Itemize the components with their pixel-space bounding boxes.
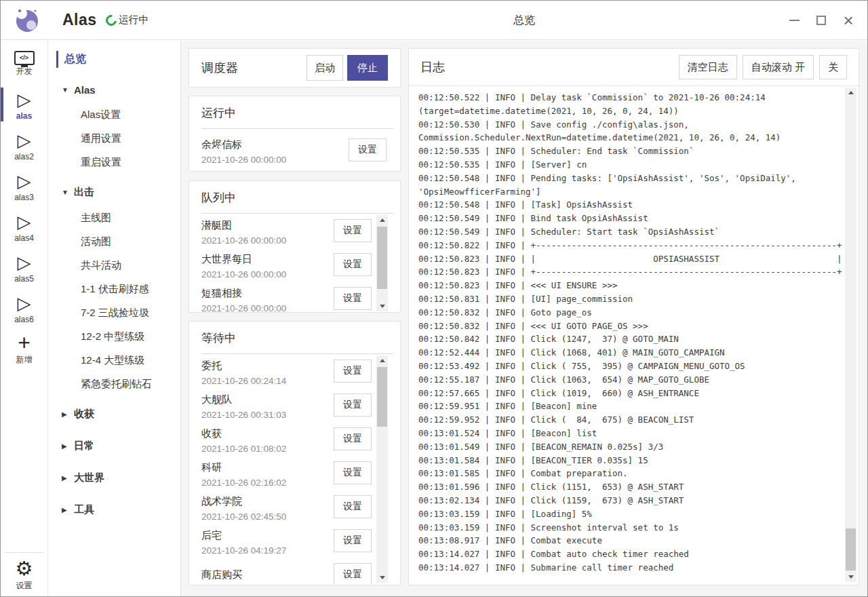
play-icon: [18, 89, 31, 111]
log-line: 00:12:55.187 | INFO | Click (1063, 654) …: [418, 373, 842, 387]
menu-item[interactable]: 大世界: [48, 464, 180, 492]
menu-item-label: 活动图: [81, 235, 111, 248]
start-button[interactable]: 启动: [307, 55, 343, 81]
queue-list[interactable]: 潜艇图 2021-10-26 00:00:00 设置 大世界每日 2021-10…: [201, 214, 395, 313]
minimize-icon: [789, 20, 800, 21]
menu-item-label: 共斗活动: [81, 259, 121, 272]
menu-item[interactable]: 1-1 伏击刷好感: [48, 277, 180, 301]
log-body[interactable]: 00:12:50.522 | INFO | Delay task `Commis…: [409, 86, 859, 585]
task-setting-button[interactable]: 设置: [334, 253, 372, 276]
log-header: 日志 清空日志 自动滚动 开 关: [409, 49, 859, 86]
menu-item-label: Alas: [74, 84, 96, 96]
scheduler-title: 调度器: [201, 60, 307, 76]
rail-item[interactable]: alas3: [1, 166, 47, 206]
play-icon: [18, 211, 31, 233]
status-label: 运行中: [119, 14, 149, 26]
scrollbar-thumb[interactable]: [846, 528, 856, 571]
log-line: 00:13:01.524 | INFO | [Beacon] list: [418, 427, 842, 440]
window-controls: ×: [778, 1, 859, 40]
close-button[interactable]: ×: [837, 7, 859, 34]
rail-item[interactable]: alas5: [1, 247, 47, 288]
rail-item[interactable]: alas2: [1, 125, 47, 166]
menu-item[interactable]: 共斗活动: [48, 254, 180, 277]
menu-item[interactable]: 7-2 三战捡垃圾: [48, 301, 180, 325]
scrollbar[interactable]: [376, 355, 388, 583]
menu-item[interactable]: 日常: [48, 432, 180, 460]
log-line: 00:12:50.842 | INFO | Click (1247, 37) @…: [418, 332, 842, 346]
rail-item[interactable]: alas: [1, 84, 47, 125]
menu-item[interactable]: 主线图: [48, 206, 180, 230]
menu-item[interactable]: 重启设置: [48, 151, 180, 174]
task-info: 科研 2021-10-26 02:16:02: [201, 458, 334, 488]
group-arrow-icon: [62, 506, 74, 514]
menu-item-label: 紧急委托刷钻石: [81, 378, 152, 391]
menu-item[interactable]: Alas设置: [48, 103, 180, 127]
task-setting-button[interactable]: 设置: [334, 427, 372, 450]
log-line: 00:12:50.530 | INFO | Save config ./conf…: [418, 118, 842, 132]
rail-item[interactable]: alas4: [1, 206, 47, 247]
log-line: Commission.Scheduler.NextRun=datetime.da…: [418, 131, 842, 145]
rail-item[interactable]: 开发: [1, 43, 47, 84]
scroll-up-icon[interactable]: [376, 355, 388, 366]
task-setting-button[interactable]: 设置: [334, 219, 372, 242]
task-setting-button[interactable]: 设置: [334, 529, 372, 552]
menu-item-label: 出击: [74, 186, 94, 199]
scroll-down-icon[interactable]: [845, 572, 856, 582]
menu-item[interactable]: 活动图: [48, 230, 180, 254]
task-setting-button[interactable]: 设置: [334, 461, 372, 484]
group-arrow-icon: [62, 442, 74, 450]
rail-item[interactable]: 新增: [1, 328, 47, 369]
log-line: 00:13:08.917 | INFO | Combat execute: [418, 534, 842, 547]
rail-item-label: alas6: [14, 315, 34, 324]
scrollbar[interactable]: [376, 215, 388, 311]
log-scrollbar[interactable]: [845, 88, 856, 582]
menu-item[interactable]: 通用设置: [48, 127, 180, 151]
log-line: 00:12:50.832 | INFO | <<< UI GOTO PAGE_O…: [418, 320, 842, 333]
log-line: 00:12:50.549 | INFO | Bind task OpsiAshA…: [418, 212, 842, 225]
log-line: 00:12:50.823 | INFO | <<< UI ENSURE >>>: [418, 279, 842, 292]
task-info: 战术学院 2021-10-26 02:45:50: [201, 492, 334, 522]
task-setting-button[interactable]: 设置: [349, 138, 387, 161]
clear-log-button[interactable]: 清空日志: [679, 55, 737, 79]
running-card: 运行中 余烬信标 2021-10-26 00:00:00 设置: [189, 96, 401, 172]
menu-item[interactable]: 出击: [48, 178, 180, 206]
scroll-down-icon[interactable]: [376, 301, 388, 311]
autoscroll-on-button[interactable]: 自动滚动 开: [743, 55, 814, 79]
task-time: 2021-10-26 00:00:00: [201, 155, 349, 165]
task-setting-button[interactable]: 设置: [334, 287, 372, 310]
task-setting-button[interactable]: 设置: [334, 495, 372, 518]
minimize-button[interactable]: [783, 7, 805, 34]
menu-item[interactable]: Alas: [48, 77, 180, 103]
rail-item-settings[interactable]: 设置: [1, 553, 47, 596]
task-name: 后宅: [201, 528, 334, 541]
scroll-down-icon[interactable]: [376, 573, 388, 583]
task-setting-button[interactable]: 设置: [334, 563, 372, 584]
task-setting-button[interactable]: 设置: [334, 393, 372, 417]
menu-item[interactable]: 12-4 大型练级: [48, 349, 180, 372]
task-time: 2021-10-26 00:00:00: [201, 235, 334, 246]
rail-items: 开发 alas alas2 alas3: [1, 43, 47, 369]
log-line: 00:12:59.952 | INFO | Click ( 84, 675) @…: [418, 413, 842, 427]
autoscroll-off-button[interactable]: 关: [819, 55, 847, 79]
play-icon: [18, 170, 31, 192]
menu-item-label: 重启设置: [81, 156, 121, 169]
rail-item[interactable]: alas6: [1, 288, 47, 328]
titlebar: Alas 运行中 总览 ×: [1, 1, 867, 40]
scrollbar-thumb[interactable]: [377, 227, 387, 289]
log-line: 00:13:01.549 | INFO | [BEACON_REMAIN 0.0…: [418, 440, 842, 454]
menu-item[interactable]: 总览: [48, 46, 180, 73]
scroll-up-icon[interactable]: [376, 215, 388, 225]
menu-item[interactable]: 工具: [48, 496, 180, 524]
menu-item[interactable]: 收获: [48, 400, 180, 428]
menu-item[interactable]: 紧急委托刷钻石: [48, 372, 180, 396]
scroll-up-icon[interactable]: [845, 88, 856, 98]
scrollbar-thumb[interactable]: [377, 367, 387, 427]
alas-logo-icon: [13, 6, 41, 35]
status-indicator: 运行中: [106, 14, 149, 26]
menu-item[interactable]: 12-2 中型练级: [48, 325, 180, 349]
waiting-title: 等待中: [201, 330, 393, 354]
waiting-list[interactable]: 委托 2021-10-26 00:24:14 设置 大舰队 2021-10-26…: [201, 354, 395, 584]
stop-button[interactable]: 停止: [347, 55, 388, 81]
maximize-button[interactable]: [810, 7, 832, 34]
task-setting-button[interactable]: 设置: [334, 360, 372, 383]
